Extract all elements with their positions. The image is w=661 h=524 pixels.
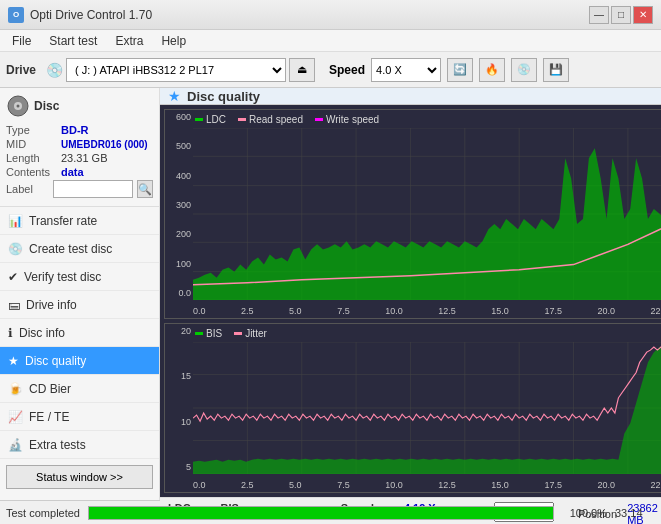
disc-contents-label: Contents: [6, 166, 61, 178]
drive-label: Drive: [6, 63, 36, 77]
disc-label-input[interactable]: [53, 180, 133, 198]
sidebar-item-disc-quality[interactable]: ★ Disc quality: [0, 347, 159, 375]
close-button[interactable]: ✕: [633, 6, 653, 24]
sidebar-item-create-test[interactable]: 💿 Create test disc: [0, 235, 159, 263]
legend-ldc-label: LDC: [206, 114, 226, 125]
legend-jitter: Jitter: [234, 328, 267, 339]
disc-header: Disc: [6, 94, 153, 118]
legend-write-speed: Write speed: [315, 114, 379, 125]
chart-top: LDC Read speed Write speed 600 500 400: [164, 109, 661, 319]
window-controls: — □ ✕: [589, 6, 653, 24]
menubar: File Start test Extra Help: [0, 30, 661, 52]
cd-bier-icon: 🍺: [8, 382, 23, 396]
sidebar-item-drive-info[interactable]: 🖴 Drive info: [0, 291, 159, 319]
menu-file[interactable]: File: [4, 32, 39, 50]
bis-color: [195, 332, 203, 335]
chart-top-canvas: [193, 128, 661, 300]
content-area: ★ Disc quality LDC Read speed: [160, 88, 661, 500]
content-title: Disc quality: [187, 89, 260, 104]
disc-quality-icon: ★: [8, 354, 19, 368]
drive-info-icon: 🖴: [8, 298, 20, 312]
legend-ldc: LDC: [195, 114, 226, 125]
drive-select[interactable]: ( J: ) ATAPI iHBS312 2 PL17: [66, 58, 286, 82]
svg-point-2: [17, 105, 20, 108]
disc-svg-icon: [6, 94, 30, 118]
disc-type-value: BD-R: [61, 124, 89, 136]
content-header-icon: ★: [168, 88, 181, 104]
chart-bottom: BIS Jitter 20 15 10 5 40% 32: [164, 323, 661, 493]
sidebar-item-transfer-rate[interactable]: 📊 Transfer rate: [0, 207, 159, 235]
chart-bottom-svg: [193, 342, 661, 474]
status-window-button[interactable]: Status window >>: [6, 465, 153, 489]
chart-top-legend: LDC Read speed Write speed: [195, 114, 379, 125]
chart-top-x: 0.0 2.5 5.0 7.5 10.0 12.5 15.0 17.5 20.0…: [193, 306, 661, 316]
drive-toolbar: Drive 💿 ( J: ) ATAPI iHBS312 2 PL17 ⏏ Sp…: [0, 52, 661, 88]
verify-test-label: Verify test disc: [24, 270, 101, 284]
main-area: Disc Type BD-R MID UMEBDR016 (000) Lengt…: [0, 88, 661, 500]
sidebar-item-verify-test[interactable]: ✔ Verify test disc: [0, 263, 159, 291]
chart-top-svg: [193, 128, 661, 300]
ldc-color: [195, 118, 203, 121]
chart-area: LDC Read speed Write speed 600 500 400: [160, 105, 661, 497]
chart-bottom-y-left: 20 15 10 5: [165, 324, 193, 472]
minimize-button[interactable]: —: [589, 6, 609, 24]
maximize-button[interactable]: □: [611, 6, 631, 24]
disc-label-label: Label: [6, 183, 49, 195]
status-window-label: Status window >>: [36, 471, 123, 483]
drive-icon: 💿: [46, 62, 63, 78]
disc-length-value: 23.31 GB: [61, 152, 107, 164]
create-test-label: Create test disc: [29, 242, 112, 256]
disc-length-label: Length: [6, 152, 61, 164]
titlebar-left: O Opti Drive Control 1.70: [8, 7, 152, 23]
disc-button[interactable]: 💿: [511, 58, 537, 82]
disc-length-row: Length 23.31 GB: [6, 152, 153, 164]
jitter-color: [234, 332, 242, 335]
time-display: 33:14: [615, 507, 655, 519]
refresh-button[interactable]: 🔄: [447, 58, 473, 82]
speed-label: Speed: [329, 63, 365, 77]
extra-tests-label: Extra tests: [29, 438, 86, 452]
chart-top-y-left: 600 500 400 300 200 100 0.0: [165, 110, 193, 298]
menu-extra[interactable]: Extra: [107, 32, 151, 50]
fe-te-icon: 📈: [8, 410, 23, 424]
legend-bis: BIS: [195, 328, 222, 339]
fe-te-label: FE / TE: [29, 410, 69, 424]
cd-bier-label: CD Bier: [29, 382, 71, 396]
disc-info-label: Disc info: [19, 326, 65, 340]
status-text: Test completed: [6, 507, 80, 519]
disc-mid-value: UMEBDR016 (000): [61, 139, 148, 150]
eject-button[interactable]: ⏏: [289, 58, 315, 82]
disc-label-btn[interactable]: 🔍: [137, 180, 153, 198]
app-icon: O: [8, 7, 24, 23]
legend-write-speed-label: Write speed: [326, 114, 379, 125]
sidebar-item-fe-te[interactable]: 📈 FE / TE: [0, 403, 159, 431]
menu-help[interactable]: Help: [153, 32, 194, 50]
disc-info-icon: ℹ: [8, 326, 13, 340]
disc-label-row: Label 🔍: [6, 180, 153, 198]
menu-start-test[interactable]: Start test: [41, 32, 105, 50]
progress-bar: [89, 507, 553, 519]
disc-type-row: Type BD-R: [6, 124, 153, 136]
chart-bottom-canvas: [193, 342, 661, 474]
legend-jitter-label: Jitter: [245, 328, 267, 339]
verify-test-icon: ✔: [8, 270, 18, 284]
burn-button[interactable]: 🔥: [479, 58, 505, 82]
app-title: Opti Drive Control 1.70: [30, 8, 152, 22]
svg-marker-36: [193, 347, 661, 474]
legend-read-speed-label: Read speed: [249, 114, 303, 125]
legend-bis-label: BIS: [206, 328, 222, 339]
transfer-rate-icon: 📊: [8, 214, 23, 228]
save-button[interactable]: 💾: [543, 58, 569, 82]
transfer-rate-label: Transfer rate: [29, 214, 97, 228]
read-speed-color: [238, 118, 246, 121]
sidebar-item-cd-bier[interactable]: 🍺 CD Bier: [0, 375, 159, 403]
disc-mid-label: MID: [6, 138, 61, 150]
sidebar-item-disc-info[interactable]: ℹ Disc info: [0, 319, 159, 347]
progress-bar-container: [88, 506, 554, 520]
drive-info-label: Drive info: [26, 298, 77, 312]
sidebar-item-extra-tests[interactable]: 🔬 Extra tests: [0, 431, 159, 459]
legend-read-speed: Read speed: [238, 114, 303, 125]
speed-select[interactable]: 4.0 X: [371, 58, 441, 82]
write-speed-color: [315, 118, 323, 121]
extra-tests-icon: 🔬: [8, 438, 23, 452]
